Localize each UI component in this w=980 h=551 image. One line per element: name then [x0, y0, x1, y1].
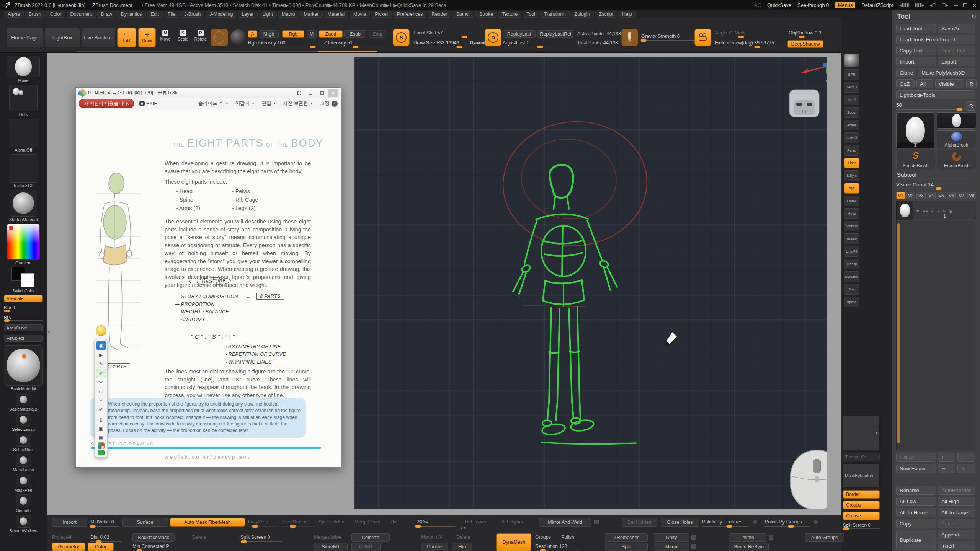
brush-icon[interactable]: ✎ [942, 209, 946, 214]
see-through-slider[interactable]: See-through 0 [797, 2, 829, 8]
aahalf-button[interactable]: AAHalf [844, 132, 859, 143]
menu-item[interactable]: Alpha [4, 11, 24, 18]
adjust-last-slider[interactable]: AdjustLast 1 [503, 40, 556, 47]
tool-panel-button[interactable]: Copy Tool [896, 46, 936, 55]
bottom-shelf-control[interactable]: Del Hidden [622, 518, 657, 527]
bottom-shelf-control[interactable]: Delete [192, 533, 206, 541]
tool-panel-button[interactable]: Paste [938, 519, 975, 528]
menu-item[interactable]: Movie [350, 11, 370, 18]
texture-on-button[interactable]: Texture On [843, 453, 880, 461]
tool-panel-button[interactable]: Save As [938, 24, 975, 33]
current-tool-preview[interactable]: 1 [896, 112, 934, 148]
highlighter-icon[interactable]: ✐ [96, 369, 106, 377]
bottom-shelf-control[interactable]: SDiv [418, 518, 456, 527]
tool-panel-button[interactable]: Lightbox▶Tools [896, 90, 975, 99]
left-shelf-item[interactable]: SelectRect [13, 434, 33, 452]
deepshadow-button[interactable]: DeepShadow [787, 40, 823, 48]
draw-size-slider[interactable]: Draw Size 533.19946 [413, 40, 467, 47]
bottom-shelf-control[interactable]: Colorize [351, 533, 390, 542]
bottom-shelf-control[interactable]: Auto Mask FiberMesh [170, 518, 245, 527]
menu-item[interactable]: Picker [371, 11, 392, 18]
menu-item[interactable]: Zplugin [571, 11, 594, 18]
doc-next-icon[interactable]: ▢▸ [942, 2, 948, 8]
spix-slider[interactable]: SPix 3 [844, 82, 859, 93]
lightbox-button[interactable]: LightBox [45, 28, 80, 47]
menu-item[interactable]: Document [67, 11, 96, 18]
viewer-menu[interactable]: 편집▼ [261, 100, 276, 107]
left-shelf-item[interactable]: SelectLasso [12, 413, 35, 432]
left-shelf-item[interactable]: Gradient [7, 224, 40, 265]
append-button[interactable]: Append [938, 530, 975, 539]
split-screen-slider[interactable]: Split Screen 0 [843, 523, 880, 529]
zcut-button[interactable]: Zcut [369, 30, 386, 38]
dot-icon[interactable]: • [96, 396, 106, 405]
menu-item[interactable]: Tool [523, 11, 539, 18]
mask-by-feature-button[interactable]: MaskByFeature [843, 463, 880, 488]
subtool-view-tab[interactable]: V8 [967, 192, 977, 199]
quicksave-button[interactable]: QuickSave [767, 2, 791, 8]
zoom-button[interactable]: Zoom [844, 107, 859, 118]
viewer-fullscreen-button[interactable] [294, 89, 304, 97]
trash-icon[interactable]: ▯ [96, 415, 106, 423]
left-shelf-slider[interactable]: Rf 0 [4, 315, 43, 321]
shelf-row-handle[interactable]: ▲▼ [460, 527, 466, 529]
subtool-view-tab[interactable]: V4 [927, 192, 936, 199]
refresh-icon[interactable]: ↻ [971, 13, 976, 20]
bottom-shelf-control[interactable]: Surface [122, 518, 168, 527]
edit-mode-button[interactable]: ⬚Edit [117, 28, 136, 47]
menu-item[interactable]: File [164, 11, 179, 18]
bottom-shelf-control[interactable]: MergeDown [354, 518, 380, 526]
menu-item[interactable]: Macro [278, 11, 299, 18]
duplicate-button[interactable]: Duplicate [896, 530, 936, 550]
tool-panel-button[interactable]: Import [896, 57, 936, 66]
bottom-shelf-control[interactable]: Mirror And Weld [539, 518, 591, 527]
bottom-shelf-control[interactable]: Close Holes [661, 518, 699, 527]
pen-icon[interactable]: ✎ [96, 360, 106, 368]
minimize-button[interactable] [954, 5, 958, 6]
tool-panel-button[interactable]: Rename [896, 486, 936, 495]
shelf-divider-left-icon[interactable]: ◂▮▮▮ [899, 2, 909, 8]
bottom-shelf-control[interactable]: BackfaceMask [132, 533, 175, 542]
lightbulb-icon[interactable] [96, 325, 106, 336]
bottom-shelf-control[interactable]: Polish By Features [702, 518, 749, 527]
linefill-button[interactable]: Line Fill [844, 246, 859, 257]
gravity-strength-slider[interactable]: Gravity Strength 0 [641, 34, 702, 41]
left-shelf-item[interactable]: BasicMaterial [4, 345, 43, 391]
mrgb-button[interactable]: Mrgb [259, 30, 279, 38]
lightbox-tools-slider[interactable]: 50 [896, 101, 964, 111]
stroke-thumbnail[interactable] [211, 29, 228, 46]
left-shelf-item[interactable]: Texture Off [9, 154, 38, 188]
subtool-view-tab[interactable]: V2 [906, 192, 916, 199]
tool-panel-button[interactable]: All To Home [896, 508, 936, 517]
ghost-icon[interactable]: ◑ [937, 209, 939, 214]
left-shelf-item[interactable]: Alpha Off [9, 119, 38, 152]
menu-item[interactable]: Preferences [393, 11, 426, 18]
viewer-minimize-button[interactable] [305, 89, 315, 97]
menu-item[interactable]: Marker [300, 11, 323, 18]
left-shelf-item[interactable]: StartupMaterial [9, 190, 38, 222]
left-shelf-item[interactable]: FillObject [4, 335, 43, 343]
subtool-view-tab[interactable]: V6 [947, 192, 956, 199]
bottom-shelf-control[interactable]: MergeVisible [314, 533, 341, 541]
rgb-intensity-slider[interactable]: Rgb Intensity 100 [248, 40, 318, 47]
viewer-close-button[interactable]: × [328, 89, 338, 97]
zoom3d-button[interactable]: Zoom3D [844, 221, 859, 231]
subtool-list[interactable] [896, 221, 976, 450]
polypaint-icon[interactable]: ●● [923, 209, 928, 214]
xpose-button[interactable]: Xpose [844, 297, 859, 307]
mode-dot[interactable] [814, 520, 818, 524]
undo-icon[interactable]: ↶ [96, 406, 106, 414]
left-shelf-item[interactable]: SmoothValleys [10, 515, 38, 533]
crease-toggle[interactable]: Crease [843, 512, 880, 520]
left-shelf-item[interactable]: BasicMaterialB [9, 393, 37, 411]
eraserbrush-thumbnail[interactable]: EraserBrush [938, 150, 977, 169]
tool-panel-button[interactable]: Load Tools From Project [896, 35, 975, 44]
menu-item[interactable]: Stroke [475, 11, 497, 18]
zadd-button[interactable]: Zadd [319, 30, 343, 38]
draw-size-icon-button[interactable]: D [485, 29, 501, 46]
left-shelf-button[interactable]: AccuCurve [4, 324, 43, 331]
persp-toggle[interactable]: Persp [844, 145, 859, 156]
bottom-shelf-control[interactable]: Unify [654, 533, 689, 542]
bottom-shelf-control[interactable]: Split Hidden [318, 518, 344, 526]
bottom-shelf-control[interactable]: Resolution 128 [535, 543, 577, 551]
